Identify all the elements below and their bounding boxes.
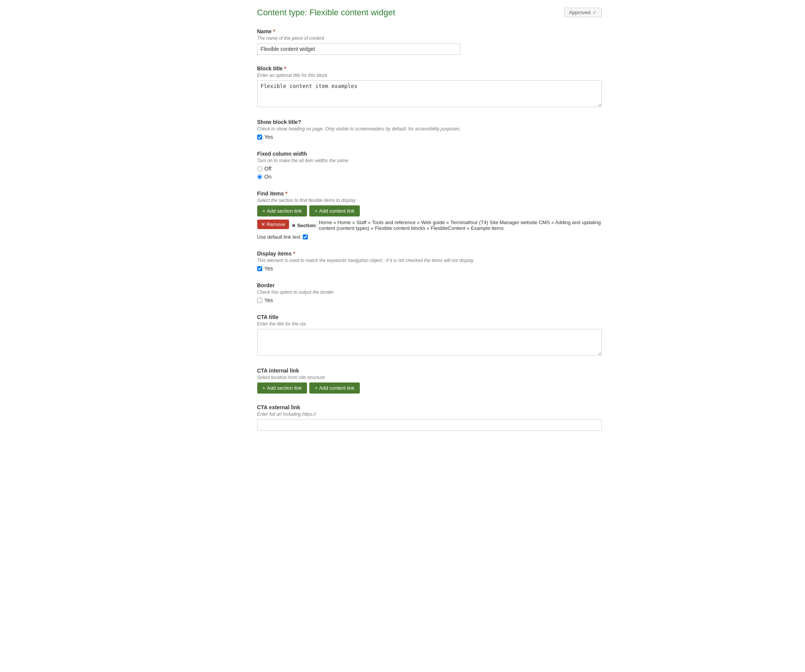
page-header: Content type: Flexible content widget Ap… — [257, 8, 602, 18]
cta-title-label: CTA title — [257, 314, 602, 320]
cta-external-link-field-group: CTA external link Enter full url includi… — [257, 404, 602, 431]
border-option-label: Yes — [264, 297, 273, 303]
border-field-group: Border Check this option to output the b… — [257, 282, 602, 303]
find-items-btn-group: + Add section link + Add content link — [257, 205, 602, 216]
approved-badge: Approved ✓ — [564, 8, 602, 17]
fixed-column-width-field-group: Fixed column width Turn on to make the a… — [257, 151, 602, 180]
display-items-field-group: Display items * This element is used to … — [257, 251, 602, 272]
block-title-input[interactable]: Flexible content item examples — [257, 80, 602, 107]
find-items-remove-label: Remove — [267, 221, 285, 227]
use-default-row: Use default link text — [257, 234, 602, 240]
approved-checkmark: ✓ — [593, 10, 597, 15]
fixed-column-width-description: Turn on to make the all item widths the … — [257, 158, 602, 163]
cta-external-link-description: Enter full url including https:// — [257, 411, 602, 417]
display-items-checkbox-item[interactable]: Yes — [257, 266, 602, 272]
cta-internal-link-description: Select location from site structure — [257, 375, 602, 380]
use-default-label: Use default link text — [257, 234, 301, 240]
display-items-description: This element is used to match the keywor… — [257, 258, 602, 263]
cta-external-link-label: CTA external link — [257, 404, 602, 410]
find-items-add-section-icon: + — [263, 208, 266, 214]
fixed-column-width-off-item[interactable]: Off — [257, 166, 602, 172]
fixed-column-width-on-item[interactable]: On — [257, 174, 602, 180]
page-title: Content type: Flexible content widget — [257, 8, 396, 18]
find-items-add-content-btn[interactable]: + Add content link — [309, 205, 360, 216]
find-items-add-section-btn[interactable]: + Add section link — [257, 205, 307, 216]
display-items-option-label: Yes — [264, 266, 273, 272]
approved-label: Approved — [569, 10, 591, 15]
name-required: * — [273, 28, 275, 34]
show-block-title-label: Show block title? — [257, 119, 602, 125]
cta-internal-link-btn-group: + Add section link + Add content link — [257, 382, 602, 393]
cta-external-link-input[interactable] — [257, 419, 602, 431]
cta-internal-add-section-icon: + — [263, 385, 266, 391]
use-default-checkbox[interactable] — [303, 234, 308, 239]
border-description: Check this option to output the border — [257, 290, 602, 295]
display-items-required: * — [293, 251, 295, 257]
display-items-checkbox-group: Yes — [257, 266, 602, 272]
cta-title-field-group: CTA title Enter the title for the cta — [257, 314, 602, 357]
block-title-description: Enter an optional title for this block — [257, 73, 602, 78]
fixed-column-width-on-label: On — [264, 174, 272, 180]
name-input[interactable] — [257, 43, 460, 55]
cta-internal-add-section-btn[interactable]: + Add section link — [257, 382, 307, 393]
find-items-add-content-icon: + — [315, 208, 318, 214]
show-block-title-checkbox-item[interactable]: Yes — [257, 134, 602, 140]
find-items-label: Find items * — [257, 190, 602, 197]
block-title-field-group: Block title * Enter an optional title fo… — [257, 66, 602, 108]
show-block-title-checkbox-group: Yes — [257, 134, 602, 140]
fixed-column-width-radio-group: Off On — [257, 166, 602, 180]
block-title-required: * — [284, 66, 286, 72]
cta-title-description: Enter the title for the cta — [257, 321, 602, 327]
section-tree-icon: ■ — [292, 222, 295, 228]
find-items-remove-icon: ✕ — [261, 221, 265, 227]
cta-title-input[interactable] — [257, 329, 602, 356]
section-path-text: Home » Home » Staff » Tools and referenc… — [319, 220, 602, 231]
find-items-section-path: ■ Section: Home » Home » Staff » Tools a… — [292, 220, 602, 231]
find-items-description: Select the section to find flexible item… — [257, 198, 602, 203]
show-block-title-checkbox[interactable] — [257, 134, 262, 139]
border-checkbox-group: Yes — [257, 297, 602, 303]
cta-internal-add-content-btn[interactable]: + Add content link — [309, 382, 360, 393]
cta-internal-add-section-label: Add section link — [267, 385, 302, 391]
display-items-label: Display items * — [257, 251, 602, 257]
show-block-title-option-label: Yes — [264, 134, 273, 140]
show-block-title-description: Check to show heading on page. Only visi… — [257, 126, 602, 131]
name-description: The name of the piece of content — [257, 36, 602, 41]
display-items-checkbox[interactable] — [257, 266, 262, 271]
show-block-title-field-group: Show block title? Check to show heading … — [257, 119, 602, 140]
fixed-column-width-label: Fixed column width — [257, 151, 602, 157]
find-items-field-group: Find items * Select the section to find … — [257, 190, 602, 240]
find-items-add-section-label: Add section link — [267, 208, 302, 214]
cta-internal-link-field-group: CTA internal link Select location from s… — [257, 367, 602, 393]
block-title-label: Block title * — [257, 66, 602, 72]
cta-internal-add-content-icon: + — [315, 385, 318, 391]
fixed-column-width-off-radio[interactable] — [257, 166, 262, 171]
cta-internal-add-content-label: Add content link — [319, 385, 355, 391]
border-label: Border — [257, 282, 602, 288]
name-field-group: Name * The name of the piece of content — [257, 28, 602, 55]
find-items-section-row: ✕ Remove ■ Section: Home » Home » Staff … — [257, 220, 602, 231]
find-items-add-content-label: Add content link — [319, 208, 355, 214]
find-items-remove-btn[interactable]: ✕ Remove — [257, 220, 289, 229]
find-items-required: * — [285, 190, 287, 197]
cta-internal-link-label: CTA internal link — [257, 367, 602, 374]
border-checkbox[interactable] — [257, 298, 262, 303]
section-keyword-label: Section: — [297, 223, 317, 228]
fixed-column-width-on-radio[interactable] — [257, 174, 262, 179]
border-checkbox-item[interactable]: Yes — [257, 297, 602, 303]
name-label: Name * — [257, 28, 602, 34]
fixed-column-width-off-label: Off — [264, 166, 271, 172]
page-wrapper: Content type: Flexible content widget Ap… — [192, 0, 613, 464]
